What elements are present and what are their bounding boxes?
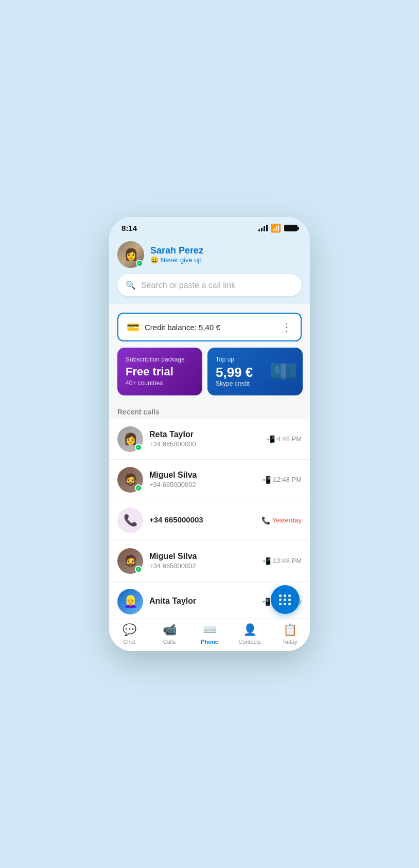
nav-phone-label: Phone xyxy=(201,639,218,645)
search-placeholder: Search or paste a call link xyxy=(141,281,235,290)
call-name: Anita Taylor xyxy=(149,596,255,606)
bottom-nav: 💬 Chat 📹 Calls ⌨️ Phone 👤 Contacts 📋 Tod… xyxy=(109,619,310,651)
topup-card[interactable]: Top up 5,99 € Skype credit 💵 xyxy=(207,348,303,395)
nav-today[interactable]: 📋 Today xyxy=(270,623,310,645)
profile-info: Sarah Perez 😀 Never give up xyxy=(150,245,203,264)
nav-phone[interactable]: ⌨️ Phone xyxy=(189,623,230,645)
promo-cards: Subscription package Free trial 40+ coun… xyxy=(109,348,310,404)
nav-chat[interactable]: 💬 Chat xyxy=(109,623,149,645)
battery-icon xyxy=(284,225,298,231)
call-name: Miguel Silva xyxy=(149,552,256,561)
signal-icon xyxy=(258,225,268,231)
call-info: Miguel Silva +34 665000002 xyxy=(149,552,256,570)
call-info: +34 665000003 xyxy=(149,515,255,525)
phone-frame: 8:14 📶 👩 Sarah Perez 😀 Never give u xyxy=(109,217,310,651)
subscription-subtitle: Subscription package xyxy=(126,356,194,363)
avatar: 👱‍♀️ xyxy=(117,589,143,614)
call-timestamp: Yesterday xyxy=(272,516,302,524)
call-number-display: +34 665000003 xyxy=(149,515,255,524)
online-dot xyxy=(135,566,142,573)
profile-row: 👩 Sarah Perez 😀 Never give up xyxy=(117,241,302,268)
today-icon: 📋 xyxy=(283,623,297,637)
status-time: 8:14 xyxy=(121,224,137,232)
subscription-card[interactable]: Subscription package Free trial 40+ coun… xyxy=(117,348,202,395)
nav-contacts-label: Contacts xyxy=(238,639,260,645)
call-item[interactable]: 🧔 Miguel Silva +34 665000002 📲 12:48 PM xyxy=(109,541,310,582)
chat-icon: 💬 xyxy=(123,623,136,637)
call-timestamp: 12:48 PM xyxy=(273,476,302,483)
call-direction-icon: 📲 xyxy=(261,598,270,606)
status-icons: 📶 xyxy=(258,223,298,233)
call-timestamp: 12:48 PM xyxy=(273,557,302,565)
nav-calls-label: Calls xyxy=(163,639,176,645)
phone-icon: ⌨️ xyxy=(203,623,217,637)
call-number: +34 665000002 xyxy=(149,481,256,489)
call-time: 📲 4:48 PM xyxy=(266,435,302,443)
nav-contacts[interactable]: 👤 Contacts xyxy=(230,623,270,645)
subscription-title: Free trial xyxy=(126,365,194,378)
dialpad-fab-button[interactable] xyxy=(271,585,300,614)
online-dot xyxy=(135,444,142,451)
online-dot xyxy=(135,484,142,492)
money-icon: 💵 xyxy=(269,358,298,385)
call-info: Reta Taylor +34 665000000 xyxy=(149,430,260,448)
call-item[interactable]: 📞 +34 665000003 📞 Yesterday xyxy=(109,500,310,541)
credit-balance-text: Credit balance: 5,40 € xyxy=(145,323,220,332)
call-direction-icon: 📲 xyxy=(262,476,271,484)
nav-calls[interactable]: 📹 Calls xyxy=(149,623,189,645)
call-time: 📲 12:48 PM xyxy=(262,476,302,484)
call-direction-icon: 📲 xyxy=(262,557,271,565)
main-content: 💳 Credit balance: 5,40 € ⋮ Subscription … xyxy=(109,304,310,619)
call-direction-icon: 📲 xyxy=(266,435,275,443)
call-name: Reta Taylor xyxy=(149,430,260,439)
dialpad-icon xyxy=(279,594,291,605)
status-bar: 8:14 📶 xyxy=(109,217,310,237)
profile-status: 😀 Never give up xyxy=(150,256,203,264)
subscription-desc: 40+ countries xyxy=(126,379,194,387)
header: 👩 Sarah Perez 😀 Never give up 🔍 Search o… xyxy=(109,237,310,304)
call-name: Miguel Silva xyxy=(149,471,256,480)
phone-avatar: 📞 xyxy=(117,508,143,533)
recent-calls-label: Recent calls xyxy=(109,404,310,419)
call-info: Anita Taylor xyxy=(149,596,255,607)
call-number: +34 665000002 xyxy=(149,562,256,570)
search-bar[interactable]: 🔍 Search or paste a call link xyxy=(117,274,302,296)
avatar-wrap[interactable]: 👩 xyxy=(117,241,144,268)
calls-icon: 📹 xyxy=(163,623,177,637)
call-number: +34 665000000 xyxy=(149,440,260,448)
wifi-icon: 📶 xyxy=(271,223,281,233)
nav-chat-label: Chat xyxy=(123,639,135,645)
call-info: Miguel Silva +34 665000002 xyxy=(149,471,256,489)
credit-card[interactable]: 💳 Credit balance: 5,40 € ⋮ xyxy=(117,313,302,341)
nav-today-label: Today xyxy=(282,639,297,645)
missed-call-icon: 📞 xyxy=(261,516,270,525)
contacts-icon: 👤 xyxy=(243,623,257,637)
call-timestamp: 4:48 PM xyxy=(277,435,302,443)
call-time: 📲 12:48 PM xyxy=(262,557,302,565)
call-time-red: 📞 Yesterday xyxy=(261,516,302,525)
online-indicator xyxy=(136,260,143,267)
search-icon: 🔍 xyxy=(126,280,136,290)
call-item[interactable]: 🧔 Miguel Silva +34 665000002 📲 12:48 PM xyxy=(109,460,310,500)
call-item[interactable]: 👩 Reta Taylor +34 665000000 📲 4:48 PM xyxy=(109,419,310,460)
profile-name: Sarah Perez xyxy=(150,245,203,256)
more-options-button[interactable]: ⋮ xyxy=(282,321,292,333)
wallet-icon: 💳 xyxy=(127,321,139,333)
